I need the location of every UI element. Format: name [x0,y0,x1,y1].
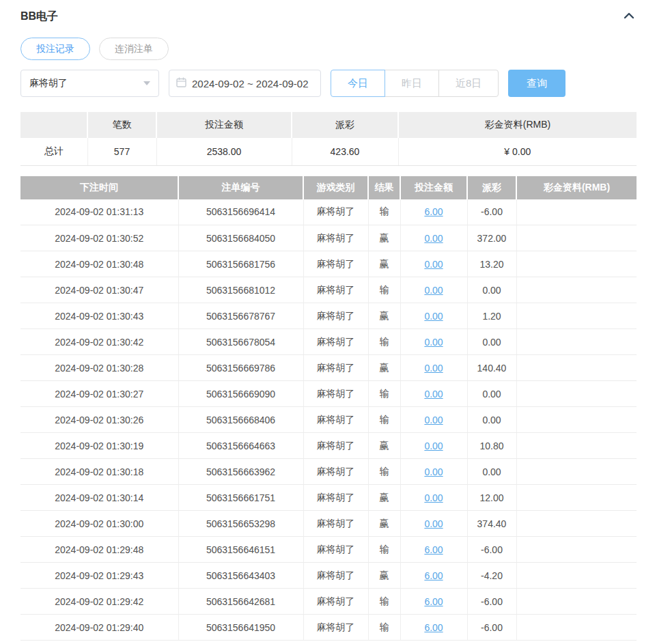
bonus-cell [516,563,637,589]
bet-amount-link[interactable]: 0.00 [424,233,443,244]
bet-amount-cell: 0.00 [400,277,467,303]
game-type-cell: 麻将胡了 [303,277,368,303]
result-cell: 赢 [368,355,400,381]
bet-amount-link[interactable]: 0.00 [424,492,443,503]
bet-time-cell: 2024-09-02 01:30:42 [20,329,178,355]
table-row: 2024-09-02 01:30:14 5063156661751 麻将胡了 赢… [20,485,637,511]
summary-header-bet-amount: 投注金额 [156,112,292,138]
bet-time-cell: 2024-09-02 01:30:00 [20,511,178,537]
game-type-cell: 麻将胡了 [303,433,368,459]
quick-today-button[interactable]: 今日 [331,70,385,97]
tab-cancelled-bets[interactable]: 连消注单 [99,38,169,60]
bonus-cell [516,329,637,355]
bet-time-cell: 2024-09-02 01:30:19 [20,433,178,459]
quick-last8days-button[interactable]: 近8日 [438,70,499,97]
bet-id-cell: 5063156663962 [178,459,303,485]
bet-amount-cell: 0.00 [400,303,467,329]
date-range-input[interactable]: 2024-09-02 ~ 2024-09-02 [169,70,321,97]
payout-cell: 372.00 [467,225,516,251]
bet-time-cell: 2024-09-02 01:30:18 [20,459,178,485]
bet-amount-link[interactable]: 6.00 [424,544,443,555]
bet-amount-cell: 0.00 [400,251,467,277]
header-result: 结果 [368,176,400,199]
table-row: 2024-09-02 01:30:47 5063156681012 麻将胡了 输… [20,277,637,303]
result-cell: 输 [368,329,400,355]
payout-cell: 0.00 [467,381,516,407]
payout-cell: 12.00 [467,485,516,511]
collapse-panel-button[interactable] [621,10,637,24]
bet-id-cell: 5063156661751 [178,485,303,511]
bonus-cell [516,615,637,641]
bet-time-cell: 2024-09-02 01:30:48 [20,251,178,277]
bet-amount-cell: 0.00 [400,511,467,537]
bet-amount-cell: 6.00 [400,615,467,641]
bet-amount-link[interactable]: 6.00 [424,206,443,217]
payout-cell: 140.40 [467,355,516,381]
bet-amount-cell: 0.00 [400,407,467,433]
summary-header-row: 笔数 投注金额 派彩 彩金资料(RMB) [20,112,637,138]
bet-amount-link[interactable]: 0.00 [424,337,443,348]
bet-amount-link[interactable]: 0.00 [424,259,443,270]
summary-header-count: 笔数 [87,112,156,138]
bet-time-cell: 2024-09-02 01:30:43 [20,303,178,329]
bonus-cell [516,251,637,277]
game-type-cell: 麻将胡了 [303,381,368,407]
bet-amount-link[interactable]: 0.00 [424,518,443,529]
game-type-cell: 麻将胡了 [303,511,368,537]
game-type-cell: 麻将胡了 [303,485,368,511]
payout-cell: -6.00 [467,589,516,615]
bet-id-cell: 5063156643403 [178,563,303,589]
search-button[interactable]: 查询 [508,70,565,97]
summary-total-bonus: ¥ 0.00 [398,138,637,165]
bet-amount-link[interactable]: 6.00 [424,596,443,607]
bet-id-cell: 5063156681756 [178,251,303,277]
payout-cell: 0.00 [467,407,516,433]
bet-amount-cell: 0.00 [400,381,467,407]
result-cell: 输 [368,537,400,563]
bet-amount-link[interactable]: 6.00 [424,622,443,633]
bet-id-cell: 5063156642681 [178,589,303,615]
table-row: 2024-09-02 01:30:42 5063156678054 麻将胡了 输… [20,329,637,355]
game-type-cell: 麻将胡了 [303,303,368,329]
bonus-cell [516,459,637,485]
summary-header-payout: 派彩 [292,112,398,138]
summary-total-count: 577 [87,138,156,165]
bet-id-cell: 5063156664663 [178,433,303,459]
game-type-cell: 麻将胡了 [303,589,368,615]
bet-amount-link[interactable]: 0.00 [424,415,443,425]
bonus-cell [516,485,637,511]
game-select[interactable]: 麻将胡了 [20,70,159,97]
summary-header-bonus: 彩金资料(RMB) [398,112,637,138]
bet-table-body: 2024-09-02 01:31:13 5063156696414 麻将胡了 输… [20,199,637,641]
game-type-cell: 麻将胡了 [303,251,368,277]
summary-total-label: 总计 [20,138,87,165]
bet-amount-link[interactable]: 0.00 [424,311,443,322]
bet-amount-link[interactable]: 0.00 [424,285,443,296]
result-cell: 赢 [368,563,400,589]
payout-cell: -6.00 [467,199,516,225]
bet-amount-link[interactable]: 6.00 [424,570,443,581]
tab-bet-records[interactable]: 投注记录 [20,38,90,60]
game-type-cell: 麻将胡了 [303,199,368,225]
payout-cell: 1.20 [467,303,516,329]
bonus-cell [516,407,637,433]
bet-id-cell: 5063156668406 [178,407,303,433]
table-row: 2024-09-02 01:30:27 5063156669090 麻将胡了 输… [20,381,637,407]
date-range-value: 2024-09-02 ~ 2024-09-02 [192,78,309,89]
bet-id-cell: 5063156696414 [178,199,303,225]
bet-time-cell: 2024-09-02 01:29:43 [20,563,178,589]
payout-cell: 374.40 [467,511,516,537]
bet-amount-link[interactable]: 0.00 [424,466,443,477]
header-bet-time: 下注时间 [20,176,178,199]
bet-amount-cell: 0.00 [400,459,467,485]
bet-records-panel: BB电子 投注记录 连消注单 麻将胡了 2024-09-02 ~ 2024-09… [0,0,657,641]
bet-amount-link[interactable]: 0.00 [424,389,443,400]
summary-total-bet-amount: 2538.00 [156,138,292,165]
game-type-cell: 麻将胡了 [303,563,368,589]
bet-time-cell: 2024-09-02 01:30:52 [20,225,178,251]
bet-amount-link[interactable]: 0.00 [424,363,443,374]
bet-amount-cell: 0.00 [400,329,467,355]
quick-yesterday-button[interactable]: 昨日 [385,70,439,97]
bet-amount-link[interactable]: 0.00 [424,440,443,451]
result-cell: 输 [368,459,400,485]
